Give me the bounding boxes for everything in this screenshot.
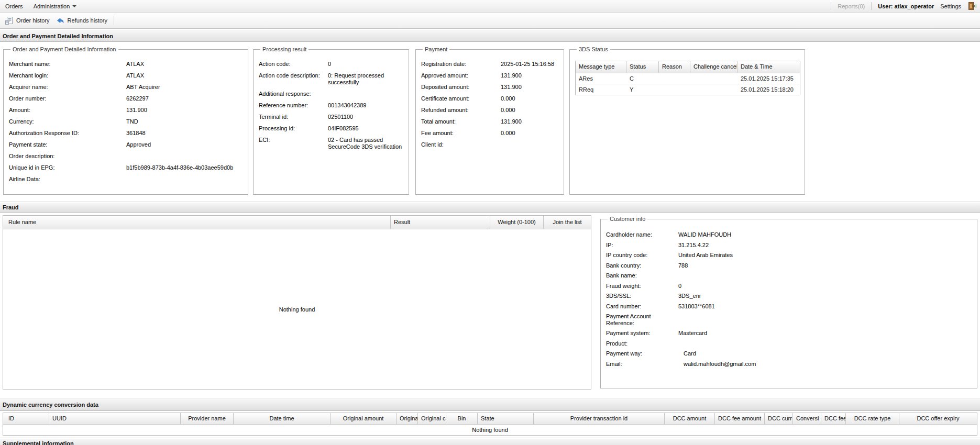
column-header-dcc-fee[interactable]: DCC fee bbox=[821, 413, 846, 424]
field-label: Merchant name: bbox=[9, 61, 126, 68]
row-merchant-login: Merchant login:ATLAX bbox=[9, 72, 244, 79]
column-header-bin[interactable]: Bin bbox=[446, 413, 478, 424]
field-label: Fee amount: bbox=[421, 130, 501, 137]
refunds-history-icon bbox=[56, 16, 65, 25]
field-value: 2025-01-25 15:16:58 bbox=[501, 61, 559, 68]
column-header-status[interactable]: Status bbox=[626, 61, 659, 73]
menu-orders[interactable]: Orders bbox=[4, 3, 28, 9]
column-header-result[interactable]: Result bbox=[391, 216, 490, 229]
current-user-label: User: atlax_operator bbox=[878, 3, 934, 9]
field-value: United Arab Emirates bbox=[678, 252, 973, 259]
column-header-date-time[interactable]: Date time bbox=[234, 413, 331, 424]
field-label: Currency: bbox=[9, 118, 126, 125]
section-header-main: Order and Payment Detailed Information bbox=[0, 30, 980, 42]
order-info-legend: Order and Payment Detailed Information bbox=[10, 46, 118, 52]
field-value bbox=[328, 91, 404, 97]
row-email: Email:walid.mahfoudh@gmail.com bbox=[606, 361, 973, 368]
row-merchant-name: Merchant name:ATLAX bbox=[9, 61, 244, 68]
field-value: 02501100 bbox=[328, 114, 404, 120]
column-header-original-fee[interactable]: Original f bbox=[397, 413, 418, 424]
field-value bbox=[678, 272, 973, 279]
row-refunded-amount: Refunded amount:0.000 bbox=[421, 107, 559, 114]
menu-reports[interactable]: Reports(0) bbox=[838, 3, 865, 9]
row-ip: IP:31.215.4.22 bbox=[606, 242, 973, 249]
row-eci: ECI:02 - Card has passed SecureCode 3DS … bbox=[259, 137, 404, 150]
field-value: 04IF082595 bbox=[328, 125, 404, 132]
field-value: b1f5b989-873b-4a4f-836e-4b03aee59d0b bbox=[126, 164, 244, 171]
row-payment-state: Payment state:Approved bbox=[9, 141, 244, 148]
menubar-right: Reports(0) User: atlax_operator Settings bbox=[831, 2, 978, 10]
column-header-original-amount[interactable]: Original amount bbox=[331, 413, 397, 424]
refunds-history-button[interactable]: Refunds history bbox=[54, 15, 112, 27]
dcc-empty-state: Nothing found bbox=[3, 425, 977, 435]
cell-message-type: RReq bbox=[576, 84, 626, 95]
order-detail-page: Orders Administration Reports(0) User: a… bbox=[0, 0, 980, 445]
column-header-provider-name[interactable]: Provider name bbox=[181, 413, 234, 424]
row-currency: Currency:TND bbox=[9, 118, 244, 125]
customer-info-legend: Customer info bbox=[608, 216, 647, 222]
field-value: 531803**6081 bbox=[678, 303, 973, 310]
column-header-reason[interactable]: Reason bbox=[659, 61, 690, 73]
processing-result-fieldset: Processing result Action code:0 Action c… bbox=[253, 46, 409, 195]
row-ip-country-code: IP country code:United Arab Emirates bbox=[606, 252, 973, 259]
column-header-dcc-currency[interactable]: DCC curr bbox=[765, 413, 793, 424]
section-header-dcc: Dynamic currency conversion data bbox=[0, 398, 980, 411]
row-order-number: Order number:6262297 bbox=[9, 95, 244, 102]
column-header-dcc-rate-type[interactable]: DCC rate type bbox=[846, 413, 899, 424]
row-client-id: Client id: bbox=[421, 141, 559, 148]
payment-fieldset: Payment Registration date:2025-01-25 15:… bbox=[415, 46, 564, 195]
field-label: Card number: bbox=[606, 303, 678, 310]
column-header-uuid[interactable]: UUID bbox=[49, 413, 181, 424]
field-label: Bank name: bbox=[606, 272, 678, 279]
field-label: Fraud weight: bbox=[606, 283, 678, 290]
field-value: 0.000 bbox=[501, 95, 559, 102]
row-additional-response: Additional response: bbox=[259, 91, 404, 97]
column-header-state[interactable]: State bbox=[478, 413, 534, 424]
field-label: Action code description: bbox=[259, 72, 328, 86]
column-header-challenge-cancel[interactable]: Challenge cancel bbox=[690, 61, 737, 73]
field-value: 0.000 bbox=[501, 130, 559, 137]
column-header-dcc-offer-expiry[interactable]: DCC offer expiry bbox=[899, 413, 977, 424]
column-header-conversion[interactable]: Conversi bbox=[793, 413, 821, 424]
column-header-date-time[interactable]: Date & Time bbox=[737, 61, 800, 73]
cell-reason bbox=[659, 73, 690, 84]
column-header-dcc-fee-amount[interactable]: DCC fee amount bbox=[715, 413, 765, 424]
field-value: 788 bbox=[678, 262, 973, 269]
field-value: WALID MAHFOUDH bbox=[678, 231, 973, 238]
column-header-message-type[interactable]: Message type bbox=[576, 61, 626, 73]
row-action-code-description: Action code description:0: Request proce… bbox=[259, 72, 404, 86]
row-fraud-weight: Fraud weight:0 bbox=[606, 283, 973, 290]
logout-button[interactable] bbox=[967, 2, 977, 10]
row-total-amount: Total amount:131.900 bbox=[421, 118, 559, 125]
column-header-weight[interactable]: Weight (0-100) bbox=[490, 216, 544, 229]
menu-administration[interactable]: Administration bbox=[32, 3, 82, 9]
customer-info-fieldset: Customer info Cardholder name:WALID MAHF… bbox=[600, 216, 977, 388]
refunds-history-label: Refunds history bbox=[68, 17, 107, 24]
column-header-rule-name[interactable]: Rule name bbox=[3, 216, 391, 229]
chevron-down-icon bbox=[72, 5, 76, 7]
menu-settings[interactable]: Settings bbox=[940, 3, 961, 9]
field-label: Payment way: bbox=[606, 350, 678, 357]
row-deposited-amount: Deposited amount:131.900 bbox=[421, 84, 559, 91]
row-airline-data: Airline Data: bbox=[9, 176, 244, 183]
payment-legend: Payment bbox=[423, 46, 449, 52]
column-header-dcc-amount[interactable]: DCC amount bbox=[665, 413, 715, 424]
cell-status: Y bbox=[626, 84, 659, 95]
table-row[interactable]: RReq Y 25.01.2025 15:18:20 bbox=[576, 84, 800, 95]
column-header-id[interactable]: ID bbox=[3, 413, 49, 424]
column-header-provider-transaction-id[interactable]: Provider transaction id bbox=[534, 413, 665, 424]
column-header-join-the-list[interactable]: Join the list bbox=[544, 216, 591, 229]
field-value bbox=[501, 141, 559, 148]
row-order-description: Order description: bbox=[9, 153, 244, 160]
separator bbox=[871, 2, 872, 10]
row-3ds-ssl: 3DS/SSL:3DS_enr bbox=[606, 293, 973, 299]
threeds-status-legend: 3DS Status bbox=[577, 46, 610, 52]
field-label: Client id: bbox=[421, 141, 501, 148]
field-label: Certificate amount: bbox=[421, 95, 501, 102]
order-history-button[interactable]: Order history bbox=[3, 15, 54, 27]
column-header-original-currency[interactable]: Original c bbox=[418, 413, 446, 424]
field-value: 131.900 bbox=[501, 84, 559, 91]
table-row[interactable]: ARes C 25.01.2025 15:17:35 bbox=[576, 73, 800, 84]
field-label: 3DS/SSL: bbox=[606, 293, 678, 299]
row-amount: Amount:131.900 bbox=[9, 107, 244, 114]
